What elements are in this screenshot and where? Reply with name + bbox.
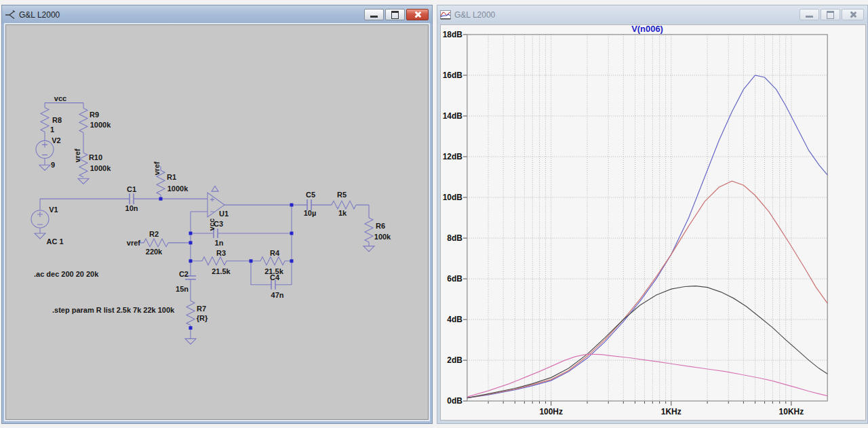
restore-button[interactable] xyxy=(385,9,405,20)
close-icon xyxy=(414,11,421,18)
y-axis-tick-label: 2dB xyxy=(447,355,462,365)
schematic-label: .step param R list 2.5k 7k 22k 100k xyxy=(52,306,175,314)
y-axis-tick-label: 12dB xyxy=(443,152,463,161)
schematic-label: V2 xyxy=(52,136,60,144)
x-axis-tick-label: 1KHz xyxy=(661,407,682,416)
schematic-label: 15n xyxy=(176,285,189,293)
schematic-label: 1n xyxy=(215,239,224,247)
schematic-label: C4 xyxy=(270,273,280,281)
frequency-response-plot: V(n006)0dB2dB4dB6dB8dB10dB12dB14dB16dB18… xyxy=(441,25,865,420)
waveform-document-icon xyxy=(440,9,451,20)
minimize-icon xyxy=(806,16,813,18)
schematic-label: vref xyxy=(153,161,161,175)
schematic-label: 47n xyxy=(271,291,284,299)
schematic-window-titlebar[interactable]: G&L L2000 xyxy=(2,5,432,24)
voltage-source-v2 xyxy=(36,140,54,158)
minimize-button[interactable] xyxy=(800,9,819,20)
schematic-label: R7 xyxy=(197,305,206,313)
close-icon xyxy=(849,11,856,18)
schematic-label: R2 xyxy=(149,230,159,238)
schematic-window: G&L L2000 xyxy=(1,5,433,424)
x-axis-tick-label: 10KHz xyxy=(779,407,804,416)
window-title: G&L L2000 xyxy=(19,10,60,20)
restore-icon xyxy=(391,11,399,19)
y-axis-tick-label: 16dB xyxy=(443,71,463,80)
schematic-label: {R} xyxy=(197,315,208,323)
schematic-label: R3 xyxy=(216,249,226,257)
waveform-window-titlebar[interactable]: G&L L2000 xyxy=(437,5,867,24)
y-axis-tick-label: 4dB xyxy=(447,315,462,324)
axis-ticks xyxy=(463,35,791,406)
trace-blue[interactable] xyxy=(467,75,827,398)
schematic-label: 9 xyxy=(51,161,55,169)
waveform-window: G&L L2000 V(n006)0dB2dB4dB6dB8dB10dB12dB… xyxy=(437,5,868,424)
schematic-label: R5 xyxy=(337,191,347,199)
close-button[interactable] xyxy=(842,9,864,20)
window-title: G&L L2000 xyxy=(454,10,495,20)
schematic-label: U1 xyxy=(219,210,229,218)
y-axis-tick-label: 10dB xyxy=(443,193,463,202)
x-axis-tick-label: 100Hz xyxy=(539,407,563,416)
schematic-label: C5 xyxy=(306,191,315,199)
traces xyxy=(467,75,827,398)
schematic-label: R1 xyxy=(167,173,176,181)
schematic-label: 10µ xyxy=(304,209,317,217)
schematic-canvas[interactable]: vccR81V29R91000kvrefR101000kV1AC 1C110nv… xyxy=(5,24,429,420)
schematic-label: C1 xyxy=(127,185,136,193)
close-button[interactable] xyxy=(406,9,429,20)
restore-icon xyxy=(827,11,834,19)
schematic-label: 1000k xyxy=(167,184,189,193)
window-controls xyxy=(364,9,429,20)
minimize-button[interactable] xyxy=(364,9,384,20)
schematic-label: C2 xyxy=(179,270,189,278)
schematic-label: 1000k xyxy=(90,164,111,172)
schematic-label: 1000k xyxy=(90,121,111,129)
voltage-source-v1 xyxy=(31,210,49,228)
window-controls xyxy=(800,9,865,20)
schematic-label: AC 1 xyxy=(46,237,63,246)
schematic-label: R10 xyxy=(89,153,102,161)
resistor-symbols xyxy=(41,108,373,326)
schematic-labels: vccR81V29R91000kvrefR101000kV1AC 1C110nv… xyxy=(34,94,391,323)
schematic-label: C3 xyxy=(214,220,223,228)
schematic-label: vcc xyxy=(54,94,66,102)
schematic-label: 1 xyxy=(50,125,54,134)
trace-red[interactable] xyxy=(467,181,827,398)
y-axis-tick-label: 18dB xyxy=(443,30,463,39)
minimize-icon xyxy=(370,16,378,18)
y-axis-tick-label: 8dB xyxy=(447,233,462,243)
schematic-label: 21.5k xyxy=(212,267,231,275)
schematic-label: 220k xyxy=(146,248,163,256)
schematic-label: R8 xyxy=(52,116,62,124)
schematic-label: R4 xyxy=(270,249,280,257)
y-axis-tick-label: 0dB xyxy=(447,396,462,406)
waveform-pane[interactable]: V(n006)0dB2dB4dB6dB8dB10dB12dB14dB16dB18… xyxy=(440,24,866,421)
schematic-label: .ac dec 200 20 20k xyxy=(34,270,99,278)
grid-lines xyxy=(467,35,827,401)
schematic-document-icon xyxy=(5,9,16,20)
schematic-label: vref xyxy=(73,149,81,162)
schematic-label: 100k xyxy=(374,233,391,241)
schematic-label: R9 xyxy=(90,111,99,119)
y-axis-tick-label: 6dB xyxy=(447,274,462,284)
schematic-label: R6 xyxy=(376,222,385,230)
plot-frame xyxy=(467,35,827,401)
desktop: G&L L2000 xyxy=(0,0,868,428)
schematic-drawing: vccR81V29R91000kvrefR101000kV1AC 1C110nv… xyxy=(6,25,428,419)
y-axis-tick-label: 14dB xyxy=(443,111,463,121)
schematic-label: 10n xyxy=(125,204,138,212)
schematic-label: 1k xyxy=(338,209,347,217)
plot-title: V(n006) xyxy=(631,25,663,34)
restore-button[interactable] xyxy=(821,9,840,20)
schematic-label: vref xyxy=(127,239,141,247)
schematic-label: V1 xyxy=(49,206,58,214)
